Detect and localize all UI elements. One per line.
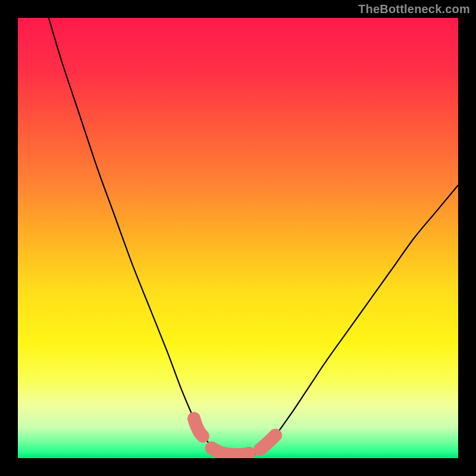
chart-frame: TheBottleneck.com — [0, 0, 476, 476]
watermark-text: TheBottleneck.com — [358, 2, 470, 16]
curve-layer — [18, 18, 458, 458]
marker-segment — [212, 448, 249, 455]
marker-segment — [194, 418, 203, 436]
plot-area — [18, 18, 458, 458]
highlighted-range-markers — [194, 418, 275, 455]
marker-segment — [260, 436, 275, 450]
bottleneck-curve — [49, 18, 458, 458]
